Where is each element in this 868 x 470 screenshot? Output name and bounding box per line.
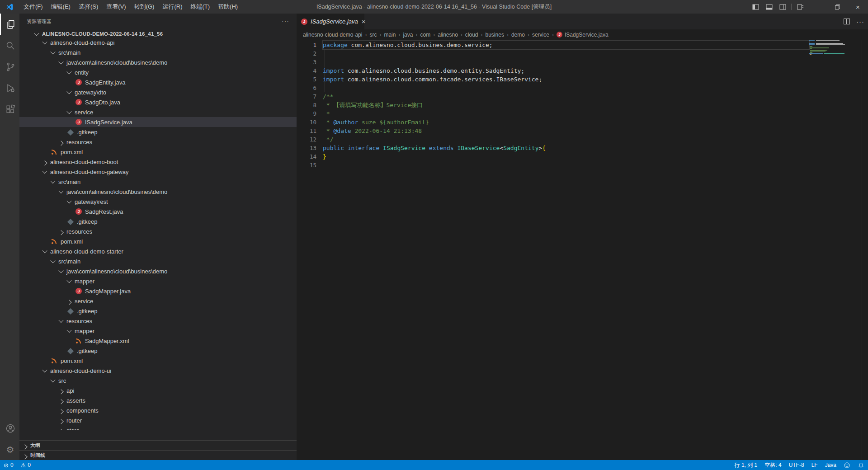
tree-item-src[interactable]: src: [19, 376, 297, 385]
close-tab-icon[interactable]: ×: [362, 18, 366, 25]
tree-item-java-com-alinesno-cloud-busines-demo[interactable]: java\com\alinesno\cloud\busines\demo: [19, 187, 297, 197]
settings-gear-icon[interactable]: ⚙: [0, 439, 19, 460]
code-line-6[interactable]: 6: [297, 84, 809, 92]
status-cursor-position[interactable]: 行 1, 列 1: [731, 460, 761, 470]
breadcrumb-item-java[interactable]: java: [403, 32, 413, 38]
tree-item-sadgmapper.java[interactable]: JSadgMapper.java: [19, 286, 297, 296]
code-line-12[interactable]: 12 */: [297, 135, 809, 144]
more-actions-icon[interactable]: ···: [856, 18, 864, 25]
code-line-10[interactable]: 10 * @author suze ${authorEmail}: [297, 118, 809, 127]
breadcrumb-item-src[interactable]: src: [369, 32, 377, 38]
tree-item-java-com-alinesno-cloud-busines-demo[interactable]: java\com\alinesno\cloud\busines\demo: [19, 57, 297, 67]
tree-item-alinesno-cloud-demo-boot[interactable]: alinesno-cloud-demo-boot: [19, 157, 297, 167]
tree-item-service[interactable]: service: [19, 296, 297, 306]
breadcrumb-item-cloud[interactable]: cloud: [465, 32, 478, 38]
breadcrumb-item-com[interactable]: com: [420, 32, 430, 38]
files-icon[interactable]: [0, 14, 19, 35]
breadcrumb-item-alinesno[interactable]: alinesno: [438, 32, 458, 38]
menu-文件(F)[interactable]: 文件(F): [19, 0, 47, 14]
menu-终端(T)[interactable]: 终端(T): [186, 0, 214, 14]
tree-item-.gitkeep[interactable]: .gitkeep: [19, 346, 297, 356]
search-icon[interactable]: [0, 35, 19, 56]
tree-item-pom.xml[interactable]: pom.xml: [19, 236, 297, 246]
breadcrumb-item-service[interactable]: service: [532, 32, 549, 38]
tree-item-components[interactable]: components: [19, 405, 297, 415]
menu-选择(S)[interactable]: 选择(S): [75, 0, 102, 14]
menu-运行(R)[interactable]: 运行(R): [158, 0, 186, 14]
tab-isadgservice[interactable]: J ISadgService.java ×: [297, 14, 364, 29]
source-control-icon[interactable]: [0, 56, 19, 77]
tree-item-asserts[interactable]: asserts: [19, 395, 297, 405]
status-indentation[interactable]: 空格: 4: [761, 460, 785, 470]
tree-item-mapper[interactable]: mapper: [19, 276, 297, 286]
code-line-11[interactable]: 11 * @date 2022-06-14 21:13:48: [297, 127, 809, 135]
split-editor-icon[interactable]: [844, 19, 850, 24]
tree-item-router[interactable]: router: [19, 415, 297, 425]
status-encoding[interactable]: UTF-8: [785, 460, 808, 470]
customize-layout-icon[interactable]: [793, 0, 807, 14]
minimize-button[interactable]: [807, 0, 827, 14]
tree-item-service[interactable]: service: [19, 107, 297, 117]
tree-item-.gitkeep[interactable]: .gitkeep: [19, 127, 297, 137]
toggle-sidebar-icon[interactable]: [749, 0, 762, 14]
code-editor[interactable]: 1package com.alinesno.cloud.busines.demo…: [297, 40, 868, 460]
tree-item-alinesno-cloud-demo-gateway[interactable]: alinesno-cloud-demo-gateway: [19, 167, 297, 177]
sidebar-more-actions-icon[interactable]: ···: [282, 18, 289, 25]
feedback-icon[interactable]: [840, 460, 854, 470]
tree-item-pom.xml[interactable]: pom.xml: [19, 356, 297, 366]
tree-item-.gitkeep[interactable]: .gitkeep: [19, 216, 297, 226]
code-line-4[interactable]: 4import com.alinesno.cloud.busines.demo.…: [297, 66, 809, 75]
tree-item-isadgservice.java[interactable]: JISadgService.java: [19, 117, 297, 127]
status-language-mode[interactable]: Java: [821, 460, 840, 470]
menu-转到(G)[interactable]: 转到(G): [130, 0, 159, 14]
close-window-button[interactable]: ×: [848, 0, 868, 14]
minimap[interactable]: [809, 40, 862, 460]
code-line-1[interactable]: 1package com.alinesno.cloud.busines.demo…: [297, 41, 809, 49]
code-line-5[interactable]: 5import com.alinesno.cloud.common.facade…: [297, 75, 809, 84]
tree-item-pom.xml[interactable]: pom.xml: [19, 147, 297, 157]
breadcrumb-item-demo[interactable]: demo: [511, 32, 525, 38]
breadcrumb-item-alinesno-cloud-demo-api[interactable]: alinesno-cloud-demo-api: [303, 32, 362, 38]
tree-item-gateway-dto[interactable]: gateway\dto: [19, 87, 297, 97]
menu-查看(V)[interactable]: 查看(V): [102, 0, 130, 14]
code-line-2[interactable]: 2: [297, 49, 809, 58]
account-icon[interactable]: [0, 418, 19, 439]
tree-item-src-main[interactable]: src\main: [19, 177, 297, 187]
tree-item-java-com-alinesno-cloud-busines-demo[interactable]: java\com\alinesno\cloud\busines\demo: [19, 266, 297, 276]
section-时间线[interactable]: 时间线: [19, 450, 297, 460]
toggle-panel-icon[interactable]: [762, 0, 776, 14]
tree-item-alinesno-cloud-demo-ui[interactable]: alinesno-cloud-demo-ui: [19, 366, 297, 376]
extensions-icon[interactable]: [0, 99, 19, 120]
tree-item-mapper[interactable]: mapper: [19, 326, 297, 336]
bell-icon[interactable]: [854, 460, 868, 470]
tree-item-resources[interactable]: resources: [19, 137, 297, 147]
tree-item-sadgdto.java[interactable]: JSadgDto.java: [19, 97, 297, 107]
section-大纲[interactable]: 大纲: [19, 440, 297, 450]
tree-item-sadgentity.java[interactable]: JSadgEntity.java: [19, 77, 297, 87]
tree-item-gateway-rest[interactable]: gateway\rest: [19, 197, 297, 207]
error-count[interactable]: ⊘0: [0, 460, 17, 470]
tree-item-.gitkeep[interactable]: .gitkeep: [19, 306, 297, 316]
code-line-9[interactable]: 9 *: [297, 109, 809, 118]
run-debug-icon[interactable]: [0, 77, 19, 99]
code-line-7[interactable]: 7/**: [297, 92, 809, 101]
code-line-3[interactable]: 3: [297, 58, 809, 66]
breadcrumb-item-main[interactable]: main: [384, 32, 396, 38]
tree-item-src-main[interactable]: src\main: [19, 47, 297, 57]
menu-编辑(E)[interactable]: 编辑(E): [47, 0, 75, 14]
tree-item-alinesno-cloud-demo-api[interactable]: alinesno-cloud-demo-api: [19, 38, 297, 47]
menu-帮助(H)[interactable]: 帮助(H): [214, 0, 242, 14]
status-eol[interactable]: LF: [808, 460, 821, 470]
tree-item-store[interactable]: store: [19, 425, 297, 430]
code-line-14[interactable]: 14}: [297, 152, 809, 161]
tree-item-api[interactable]: api: [19, 385, 297, 395]
tree-item-entity[interactable]: entity: [19, 67, 297, 77]
tree-item-sadgmapper.xml[interactable]: SadgMapper.xml: [19, 336, 297, 346]
tree-item-resources[interactable]: resources: [19, 316, 297, 326]
tree-item-alinesno-cloud-demo-starter[interactable]: alinesno-cloud-demo-starter: [19, 246, 297, 256]
tree-item-resources[interactable]: resources: [19, 226, 297, 236]
tree-item-sadgrest.java[interactable]: JSadgRest.java: [19, 207, 297, 216]
tree-item-src-main[interactable]: src\main: [19, 256, 297, 266]
restore-button[interactable]: [827, 0, 848, 14]
warning-count[interactable]: ⚠0: [17, 460, 34, 470]
